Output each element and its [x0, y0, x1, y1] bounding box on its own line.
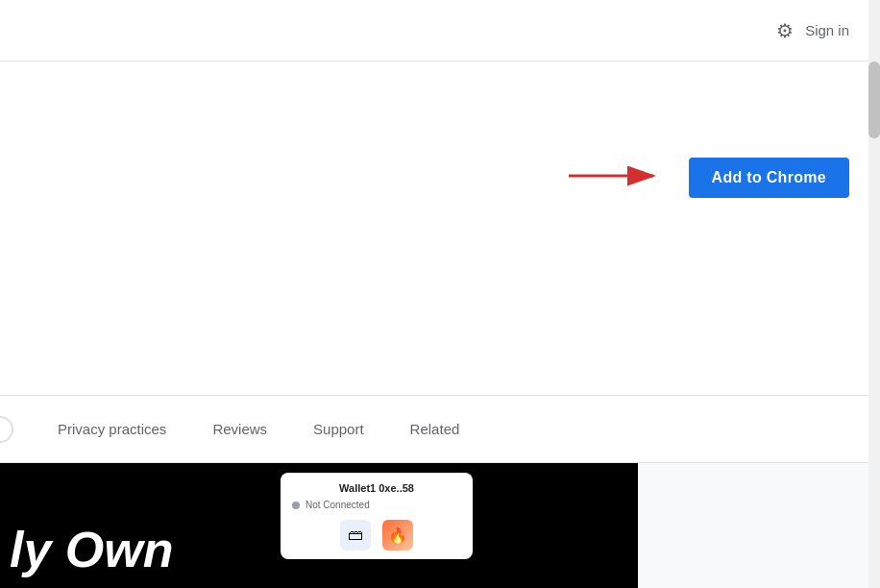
bottom-gray-area — [638, 463, 868, 588]
wallet-status: Not Connected — [292, 500, 461, 510]
tab-scroll-indicator — [0, 416, 13, 443]
tab-reviews[interactable]: Reviews — [212, 413, 267, 445]
gear-icon[interactable]: ⚙ — [776, 19, 794, 42]
header: ⚙ Sign in — [0, 0, 880, 61]
wallet-status-text: Not Connected — [306, 500, 370, 510]
tab-support[interactable]: Support — [313, 413, 364, 445]
scrollbar[interactable] — [868, 0, 880, 588]
arrow-indicator — [569, 157, 665, 199]
scrollbar-thumb[interactable] — [868, 61, 880, 138]
main-content: Add to Chrome Privacy practices Reviews … — [0, 61, 868, 588]
header-actions: ⚙ Sign in — [776, 19, 849, 42]
tab-navigation: Privacy practices Reviews Support Relate… — [0, 396, 868, 463]
wallet-popup-title: Wallet1 0xe..58 — [292, 482, 461, 494]
wallet-store-icon: 🗃 — [340, 520, 371, 551]
wallet-icon-row: 🗃 🔥 — [292, 520, 461, 551]
wallet-popup: Wallet1 0xe..58 Not Connected 🗃 🔥 — [281, 473, 473, 559]
add-to-chrome-button[interactable]: Add to Chrome — [689, 158, 849, 198]
sign-in-link[interactable]: Sign in — [805, 22, 849, 38]
tab-related[interactable]: Related — [410, 413, 460, 445]
tab-privacy-practices[interactable]: Privacy practices — [58, 413, 166, 445]
wallet-fire-icon: 🔥 — [382, 520, 413, 551]
extension-screenshot: ly Own Wallet1 0xe..58 Not Connected 🗃 🔥 — [0, 463, 638, 588]
status-dot — [292, 502, 300, 509]
add-to-chrome-section: Add to Chrome — [689, 158, 849, 198]
screenshot-title-partial: ly Own — [10, 521, 173, 578]
